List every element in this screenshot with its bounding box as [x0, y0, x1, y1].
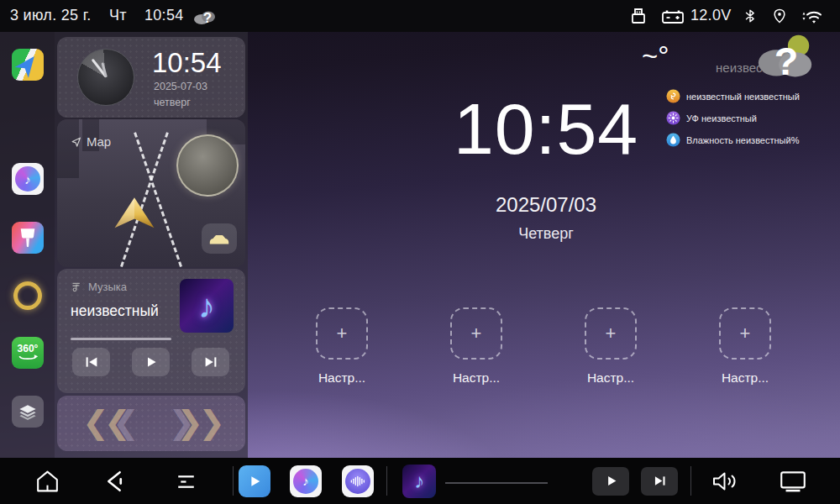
map-cursor-icon: [71, 136, 82, 148]
music-app-icon: ♪: [12, 163, 44, 195]
add-widget-placeholder[interactable]: + Настр...: [690, 307, 800, 386]
navigation-app-icon: [12, 49, 44, 81]
sidebar-item-layers[interactable]: [12, 396, 44, 428]
ring-app-icon: [13, 281, 42, 310]
widget-clock-time: 10:54: [152, 47, 222, 79]
dock-separator: [386, 466, 387, 496]
car-icon: [207, 231, 231, 247]
music-widget[interactable]: Музыка неизвестный ♪: [57, 269, 245, 393]
svg-text:?: ?: [203, 10, 212, 26]
plus-icon: +: [450, 307, 502, 360]
location-icon: [771, 6, 788, 26]
clock-widget[interactable]: 10:54 2025-07-03 четверг: [57, 37, 245, 118]
next-button[interactable]: [192, 348, 229, 376]
chevron-left-icon: ❮: [113, 401, 134, 444]
status-voltage: 12.0V: [690, 7, 732, 24]
analog-clock: [77, 49, 134, 106]
widget-clock-weekday: четверг: [154, 97, 191, 108]
svg-text:?: ?: [774, 39, 799, 83]
display-off-button[interactable]: [778, 468, 808, 495]
music-widget-label: Музыка: [88, 281, 127, 293]
placeholder-label: Настр...: [287, 370, 396, 386]
music-dock-app[interactable]: ♪: [290, 465, 322, 497]
map-compass: [176, 134, 239, 197]
weather-detail-row: неизвестный неизвестный: [666, 89, 800, 103]
voice-app-icon: [342, 465, 374, 497]
play-button[interactable]: [132, 348, 170, 376]
status-weekday: Чт: [109, 7, 127, 24]
placeholder-label: Настр...: [556, 370, 665, 386]
dock-separator: [690, 466, 691, 496]
surround-360-app-icon: 360°: [12, 337, 44, 369]
bottom-dock: ♪ ♪: [0, 458, 840, 504]
album-art: ♪: [402, 465, 436, 498]
home-button[interactable]: [34, 467, 61, 496]
media-play-app[interactable]: [239, 465, 270, 497]
surround-360-label: 360°: [18, 344, 39, 354]
widget-clock-date: 2025-07-03: [154, 81, 207, 92]
chevron-right-icon: ❯❯: [176, 401, 220, 444]
sidebar-item-theme[interactable]: [12, 222, 44, 254]
weather-temperature: ~°: [642, 40, 669, 72]
voice-dock-app[interactable]: [342, 465, 374, 497]
placeholder-label: Настр...: [422, 370, 531, 386]
music-app-icon: ♪: [290, 465, 322, 497]
weather-detail-row: УФ неизвестный: [666, 111, 757, 125]
dock-play-button[interactable]: [592, 467, 629, 496]
theme-app-icon: [12, 222, 44, 254]
weather-detail-row: Влажность неизвестный%: [666, 133, 799, 147]
wifi-icon: [800, 7, 823, 27]
recent-apps-button[interactable]: [172, 467, 200, 496]
plus-icon: +: [316, 307, 368, 360]
status-date: 3 июл. 25 г.: [10, 7, 92, 24]
treble-clef-glyph: ♪: [414, 470, 424, 493]
usb-icon: [628, 6, 648, 26]
swipe-arrows-widget[interactable]: ❮❮ ❮ ❯ ❯❯: [57, 396, 245, 451]
previous-button[interactable]: [72, 348, 110, 376]
sidebar-item-navigation[interactable]: [12, 49, 44, 81]
navigation-arrow: [109, 195, 160, 234]
add-widget-placeholder[interactable]: + Настр...: [287, 307, 396, 386]
uv-icon: [666, 111, 680, 125]
treble-clef-glyph: ♪: [198, 287, 215, 325]
volume-button[interactable]: [710, 468, 740, 495]
dock-next-button[interactable]: [641, 467, 678, 496]
placeholder-label: Настр...: [690, 370, 800, 386]
music-progress-bar: [71, 338, 171, 340]
car-mode-button[interactable]: [202, 223, 237, 254]
back-button[interactable]: [101, 467, 129, 496]
weather-unknown-icon: ?: [192, 5, 218, 27]
now-playing-art[interactable]: ♪: [402, 465, 436, 498]
weather-cloud-question-icon: ?: [753, 30, 816, 87]
layers-app-icon: [12, 396, 44, 428]
bluetooth-icon: [743, 6, 758, 26]
map-widget[interactable]: Map: [57, 119, 245, 267]
dock-separator: [233, 466, 234, 496]
map-widget-label: Map: [87, 134, 111, 149]
main-clock-weekday: Четверг: [294, 225, 798, 243]
dock-progress-bar[interactable]: [445, 482, 548, 484]
wind-icon: [666, 89, 680, 103]
sidebar-item-ring[interactable]: [12, 280, 44, 312]
left-widget-panel: ♪ 360°: [0, 32, 248, 458]
map-building: [57, 119, 79, 178]
plus-icon: +: [719, 307, 771, 360]
add-widget-placeholder[interactable]: + Настр...: [556, 307, 665, 386]
weather-detail-label: УФ неизвестный: [686, 113, 757, 123]
play-app-icon: [239, 465, 270, 497]
status-bar: 3 июл. 25 г. Чт 10:54 ? 12.0V: [0, 0, 840, 32]
car-battery-icon: [660, 6, 685, 26]
plus-icon: +: [585, 307, 637, 360]
humidity-icon: [666, 133, 680, 147]
sidebar-item-360[interactable]: 360°: [12, 337, 44, 369]
album-art: ♪: [180, 279, 234, 333]
add-widget-placeholder[interactable]: + Настр...: [422, 307, 531, 386]
weather-detail-label: неизвестный неизвестный: [686, 92, 800, 102]
main-clock-date: 2025/07/03: [294, 193, 798, 217]
status-time: 10:54: [144, 7, 184, 24]
playlist-icon: [71, 281, 83, 293]
weather-detail-label: Влажность неизвестный%: [686, 135, 799, 145]
music-track-title: неизвестный: [71, 302, 159, 320]
sidebar-item-music[interactable]: ♪: [12, 163, 44, 195]
